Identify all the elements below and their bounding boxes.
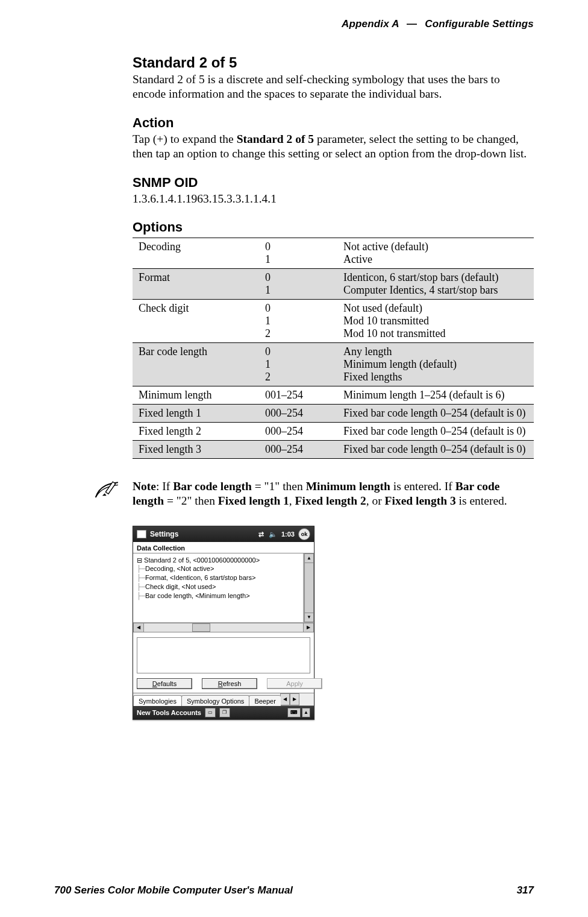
tree-item[interactable]: Decoding, <Not active> bbox=[137, 564, 302, 573]
tree-item[interactable]: Format, <Identicon, 6 start/stop bars> bbox=[137, 573, 302, 582]
note-pencil-icon bbox=[94, 481, 120, 503]
option-name: Fixed length 3 bbox=[133, 440, 259, 458]
bottombar-menus[interactable]: New Tools Accounts bbox=[137, 709, 201, 716]
options-table: Decoding0 1Not active (default) ActiveFo… bbox=[133, 238, 534, 459]
running-header: Appendix A — Configurable Settings bbox=[54, 18, 534, 30]
action-text-pre: Tap (+) to expand the bbox=[133, 133, 237, 145]
device-bottombar: New Tools Accounts ▭ ❐ ⌨ ▲ bbox=[133, 706, 314, 719]
tab-scroll-left-icon[interactable]: ◀ bbox=[280, 693, 290, 705]
option-description: Identicon, 6 start/stop bars (default) C… bbox=[337, 268, 534, 299]
tab-beeper[interactable]: Beeper bbox=[249, 695, 280, 706]
option-name: Minimum length bbox=[133, 386, 259, 404]
note-t1: : If bbox=[156, 480, 173, 493]
table-row: Decoding0 1Not active (default) Active bbox=[133, 238, 534, 268]
option-name: Check digit bbox=[133, 299, 259, 342]
tab-symbologies[interactable]: Symbologies bbox=[133, 695, 182, 706]
scroll-right-arrow-icon[interactable]: ▶ bbox=[303, 623, 314, 632]
note-t3: is entered. If bbox=[390, 480, 455, 493]
option-values: 0 1 2 bbox=[259, 342, 337, 386]
table-row: Bar code length0 1 2Any length Minimum l… bbox=[133, 342, 534, 386]
running-header-dash: — bbox=[402, 18, 422, 30]
option-description: Not active (default) Active bbox=[337, 238, 534, 268]
option-name: Bar code length bbox=[133, 342, 259, 386]
note-text: Note: If Bar code length = "1" then Mini… bbox=[133, 479, 534, 509]
note-label: Note bbox=[133, 480, 156, 493]
refresh-button[interactable]: Refresh bbox=[202, 678, 257, 689]
note-t7: is entered. bbox=[456, 494, 507, 507]
option-description: Fixed bar code length 0–254 (default is … bbox=[337, 404, 534, 422]
heading-standard-2-of-5: Standard 2 of 5 bbox=[133, 54, 534, 71]
scroll-down-arrow-icon[interactable]: ▼ bbox=[304, 613, 314, 622]
apply-button: Apply bbox=[267, 678, 322, 689]
option-description: Fixed bar code length 0–254 (default is … bbox=[337, 422, 534, 440]
scroll-left-arrow-icon[interactable]: ◀ bbox=[133, 623, 144, 632]
bottombar-icon-2[interactable]: ❐ bbox=[219, 708, 230, 717]
connectivity-icon: ⇄ bbox=[258, 531, 264, 538]
speaker-icon: 🔈 bbox=[269, 531, 277, 538]
note-t4: = "2" then bbox=[164, 494, 218, 507]
scroll-track-horizontal[interactable] bbox=[144, 623, 303, 632]
option-values: 000–254 bbox=[259, 404, 337, 422]
option-values: 000–254 bbox=[259, 422, 337, 440]
svg-marker-1 bbox=[102, 493, 107, 496]
scroll-up-arrow-icon[interactable]: ▲ bbox=[304, 553, 314, 563]
option-description: Any length Minimum length (default) Fixe… bbox=[337, 342, 534, 386]
heading-action: Action bbox=[133, 115, 534, 131]
tree-root[interactable]: Standard 2 of 5, <0001006000000000> bbox=[137, 556, 302, 565]
device-panel-title: Data Collection bbox=[133, 542, 314, 553]
tab-scroll-right-icon[interactable]: ▶ bbox=[290, 693, 299, 705]
ok-button[interactable]: ok bbox=[298, 528, 310, 540]
option-values: 0 1 bbox=[259, 268, 337, 299]
action-text-bold: Standard 2 of 5 bbox=[237, 133, 314, 145]
heading-snmp-oid: SNMP OID bbox=[133, 175, 534, 191]
note-t2: = "1" then bbox=[252, 480, 306, 493]
vertical-scrollbar[interactable]: ▲ ▼ bbox=[304, 553, 314, 622]
horizontal-scrollbar[interactable]: ◀ ▶ bbox=[133, 622, 314, 632]
note-b2: Minimum length bbox=[306, 480, 390, 493]
table-row: Check digit0 1 2Not used (default) Mod 1… bbox=[133, 299, 534, 342]
page-footer: 700 Series Color Mobile Computer User's … bbox=[54, 884, 534, 897]
option-description: Fixed bar code length 0–254 (default is … bbox=[337, 440, 534, 458]
heading-options: Options bbox=[133, 219, 534, 235]
note-b5: Fixed length 2 bbox=[295, 494, 366, 507]
windows-flag-icon[interactable] bbox=[137, 530, 146, 538]
option-name: Format bbox=[133, 268, 259, 299]
scroll-thumb-horizontal[interactable] bbox=[192, 623, 210, 632]
note-t6: , or bbox=[366, 494, 385, 507]
defaults-button[interactable]: Defaults bbox=[137, 678, 192, 689]
device-screenshot: Settings ⇄ 🔈 1:03 ok Data Collection Sta… bbox=[133, 526, 314, 720]
paragraph-action: Tap (+) to expand the Standard 2 of 5 pa… bbox=[133, 132, 534, 162]
device-time: 1:03 bbox=[281, 531, 295, 538]
note-b1: Bar code length bbox=[173, 480, 252, 493]
device-title: Settings bbox=[150, 530, 178, 538]
footer-page-number: 317 bbox=[517, 884, 534, 897]
option-values: 0 1 2 bbox=[259, 299, 337, 342]
bottombar-icon-1[interactable]: ▭ bbox=[205, 708, 216, 717]
note-b4: Fixed length 1 bbox=[218, 494, 289, 507]
option-values: 000–254 bbox=[259, 440, 337, 458]
device-tree[interactable]: Standard 2 of 5, <0001006000000000> Deco… bbox=[133, 553, 304, 622]
option-description: Not used (default) Mod 10 transmitted Mo… bbox=[337, 299, 534, 342]
tab-symbology-options[interactable]: Symbology Options bbox=[181, 695, 249, 706]
device-status-icons: ⇄ 🔈 1:03 bbox=[256, 530, 295, 538]
keyboard-icon[interactable]: ⌨ bbox=[287, 708, 301, 717]
tree-item[interactable]: Bar code length, <Minimum length> bbox=[137, 591, 302, 600]
sip-up-arrow-icon[interactable]: ▲ bbox=[302, 708, 310, 717]
table-row: Format0 1Identicon, 6 start/stop bars (d… bbox=[133, 268, 534, 299]
device-details-area bbox=[137, 637, 310, 673]
scroll-thumb-vertical[interactable] bbox=[304, 563, 314, 613]
option-name: Fixed length 2 bbox=[133, 422, 259, 440]
note-t5: , bbox=[289, 494, 295, 507]
running-header-title: Configurable Settings bbox=[425, 18, 534, 30]
table-row: Fixed length 3000–254Fixed bar code leng… bbox=[133, 440, 534, 458]
option-values: 001–254 bbox=[259, 386, 337, 404]
option-values: 0 1 bbox=[259, 238, 337, 268]
device-tabs: Symbologies Symbology Options Beeper ◀ ▶ bbox=[133, 693, 314, 706]
tree-item[interactable]: Check digit, <Not used> bbox=[137, 582, 302, 591]
table-row: Fixed length 2000–254Fixed bar code leng… bbox=[133, 422, 534, 440]
option-description: Minimum length 1–254 (default is 6) bbox=[337, 386, 534, 404]
table-row: Fixed length 1000–254Fixed bar code leng… bbox=[133, 404, 534, 422]
text-snmp-oid: 1.3.6.1.4.1.1963.15.3.3.1.1.4.1 bbox=[133, 192, 534, 206]
device-buttons: Defaults Refresh Apply bbox=[133, 677, 314, 693]
paragraph-standard-2-of-5: Standard 2 of 5 is a discrete and self-c… bbox=[133, 72, 534, 102]
